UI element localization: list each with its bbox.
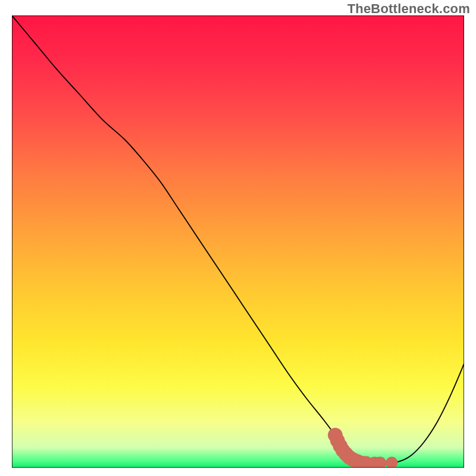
chart-svg	[12, 15, 464, 468]
chart-stage: TheBottleneck.com	[0, 0, 476, 476]
chart-plot-area	[12, 15, 464, 468]
gradient-background	[12, 15, 464, 468]
watermark-label: TheBottleneck.com	[347, 1, 470, 17]
